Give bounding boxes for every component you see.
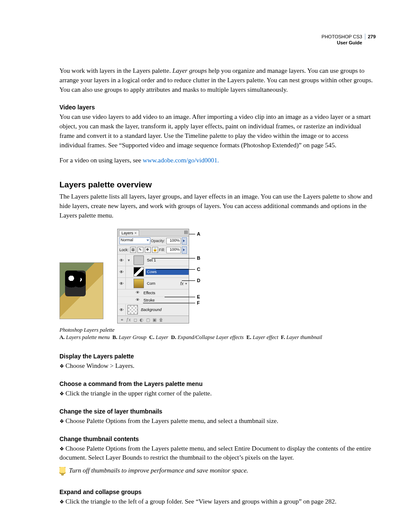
command-heading: Choose a command from the Layers palette… [59, 380, 376, 387]
palette-menu-icon[interactable]: ▤ [184, 230, 188, 234]
layers-tab[interactable]: Layers× [119, 230, 139, 236]
link-layers-icon[interactable]: ⚭ [120, 317, 124, 322]
video-link[interactable]: www.adobe.com/go/vid0001. [143, 157, 219, 164]
layer-mask-icon[interactable]: ◻ [134, 317, 137, 322]
intro-paragraph: You work with layers in the Layers palet… [59, 66, 376, 94]
effects-label: Effects [143, 291, 155, 295]
callout-f: F [197, 300, 200, 305]
expand-heading: Expand and collapse groups [59, 488, 376, 495]
expand-bullet: Click the triangle to the left of a grou… [59, 497, 376, 507]
visibility-icon[interactable]: 👁 [118, 255, 126, 266]
header-guide: User Guide [321, 40, 362, 46]
palette-bottom-bar: ⚭ ƒx ◻ ◐ ▢ ▣ 🗑 [118, 316, 189, 323]
layer-thumbnail [134, 279, 144, 288]
palette-tabbar: Layers× ▤ [118, 229, 189, 236]
lightbulb-icon [59, 467, 65, 476]
stroke-label: Stroke [143, 298, 155, 302]
effects-collapse-icon[interactable]: ▾ [185, 282, 187, 286]
delete-layer-icon[interactable]: 🗑 [159, 317, 163, 322]
layer-row-corn[interactable]: 👁 Corn fx ▾ [118, 278, 189, 289]
effects-row[interactable]: 👁 Effects [118, 289, 189, 297]
video-layers-text: You can use video layers to add video to… [59, 112, 376, 150]
opacity-label: Opacity: [151, 239, 165, 243]
figure-legend: A. Layers palette menu B. Layer Group C.… [59, 334, 376, 341]
visibility-icon[interactable]: 👁 [136, 298, 141, 303]
lock-position-icon[interactable]: ✥ [145, 247, 151, 253]
contents-heading: Change thumbnail contents [59, 436, 376, 442]
background-layer-row[interactable]: 👁 Background [118, 304, 189, 316]
layer-style-icon[interactable]: ƒx [126, 317, 131, 322]
callout-d: D [197, 278, 200, 283]
background-name[interactable]: Background [140, 307, 189, 313]
video-link-line: For a video on using layers, see www.ado… [59, 156, 376, 165]
opacity-value[interactable]: 100% [166, 238, 181, 244]
layer-row-cows[interactable]: 👁 Cows [118, 266, 189, 278]
new-group-icon[interactable]: ▢ [146, 317, 150, 322]
document-page: PHOTOSHOP CS3 User Guide 279 You work wi… [0, 0, 411, 532]
callout-e: E [197, 294, 200, 299]
fill-value[interactable]: 100% [166, 247, 181, 253]
folder-icon [134, 255, 144, 265]
lock-label: Lock: [119, 248, 129, 252]
page-header: PHOTOSHOP CS3 User Guide 279 [321, 34, 376, 46]
display-bullet: Choose Window > Layers. [59, 361, 376, 371]
fill-label: Fill: [159, 248, 165, 252]
display-heading: Display the Layers palette [59, 353, 376, 360]
size-heading: Change the size of layer thumbnails [59, 408, 376, 415]
size-bullet: Choose Palette Options from the Layers p… [59, 417, 376, 426]
callout-a: A [197, 231, 200, 236]
layer-name-cows[interactable]: Cows [146, 269, 189, 275]
tip-text: Turn off thumbnails to improve performan… [69, 466, 248, 476]
lock-all-icon[interactable]: 🔒 [152, 247, 158, 253]
header-product: PHOTOSHOP CS3 [321, 34, 362, 40]
page-number: 279 [365, 34, 376, 40]
fill-flyout-icon[interactable] [182, 246, 187, 254]
blend-mode-select[interactable]: Normal [119, 237, 150, 244]
lock-transparent-icon[interactable]: ▨ [130, 247, 136, 253]
layer-thumbnail [128, 305, 138, 314]
callout-c: C [197, 267, 200, 272]
group-expand-icon[interactable]: ▼ [126, 258, 132, 262]
example-image [59, 262, 103, 319]
visibility-icon[interactable]: 👁 [136, 290, 141, 296]
contents-bullet: Choose Palette Options from the Layers p… [59, 444, 376, 463]
figure-caption: Photoshop Layers palette [59, 327, 376, 333]
lock-row: Lock: ▨ ✎ ✥ 🔒 Fill: 100% [118, 246, 189, 255]
adjustment-layer-icon[interactable]: ◐ [140, 317, 143, 322]
visibility-icon[interactable]: 👁 [118, 304, 126, 315]
overview-text: The Layers palette lists all layers, lay… [59, 192, 376, 220]
callout-b: B [197, 255, 200, 261]
layer-thumbnail [134, 267, 144, 277]
fx-badge: fx [180, 281, 184, 286]
visibility-icon[interactable]: 👁 [118, 278, 126, 289]
new-layer-icon[interactable]: ▣ [153, 317, 156, 322]
layer-group-row[interactable]: 👁 ▼ Set 1 [118, 255, 189, 266]
video-layers-heading: Video layers [59, 104, 376, 111]
visibility-icon[interactable]: 👁 [118, 266, 126, 277]
layers-palette: Layers× ▤ Normal Opacity: 100% Lock: ▨ ✎… [117, 229, 189, 324]
command-bullet: Click the triangle in the upper right co… [59, 389, 376, 398]
overview-heading: Layers palette overview [59, 180, 376, 190]
tip: Turn off thumbnails to improve performan… [59, 466, 376, 476]
tab-close-icon[interactable]: × [134, 231, 137, 235]
figure: Layers× ▤ Normal Opacity: 100% Lock: ▨ ✎… [59, 229, 376, 324]
blend-row: Normal Opacity: 100% [118, 236, 189, 246]
opacity-flyout-icon[interactable] [182, 237, 187, 245]
layer-name-corn[interactable]: Corn [146, 280, 180, 286]
lock-pixels-icon[interactable]: ✎ [137, 247, 143, 253]
